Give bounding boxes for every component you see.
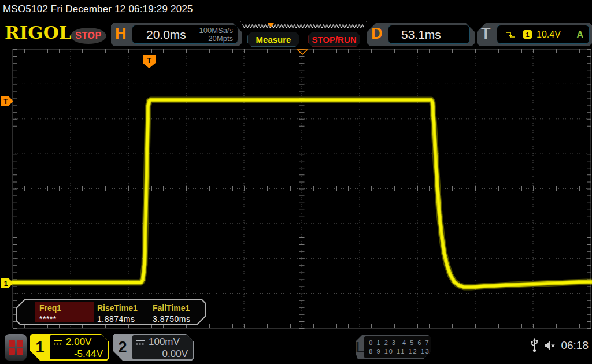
- trigger-source-badge: 1: [523, 30, 532, 39]
- run-state-badge: STOP: [71, 28, 106, 44]
- channel2-number: 2: [113, 334, 132, 361]
- measurement-label: FallTime1: [153, 303, 206, 313]
- trigger-mode: A: [576, 29, 583, 40]
- ch1-offset-label: 1: [4, 280, 8, 288]
- horizontal-settings-block[interactable]: H 20.0ms 100MSa/s 20Mpts: [111, 23, 242, 46]
- logic-row2: 8 9 10 11 12 13 14 15: [369, 347, 454, 356]
- logic-label: L: [356, 335, 364, 359]
- channel1-scale: 2.00V: [66, 336, 91, 348]
- measurement-value: *****: [39, 314, 89, 324]
- stop-run-button-label: STOP/RUN: [312, 35, 356, 44]
- channel2-offset: 0.00V: [136, 348, 188, 360]
- channel1-panel: 2.00V -5.44V: [50, 335, 108, 359]
- sample-rate: 100MSa/s: [199, 26, 233, 35]
- logic-panel: 0 1 2 3 4 5 6 7 8 9 10 11 12 13 14 15: [364, 336, 454, 358]
- channel1-number: 1: [30, 334, 50, 361]
- status-tray: 06:18: [530, 338, 589, 353]
- dc-coupling-icon: [136, 339, 146, 346]
- usb-icon: [530, 338, 539, 353]
- trigger-inset: 1 10.4V A: [497, 25, 590, 44]
- trigger-level-value: 10.4V: [536, 29, 561, 40]
- oscilloscope-screen: { "topbar": { "title": "MSO5102 Fri Dece…: [0, 0, 592, 364]
- measurement-label: RiseTime1: [97, 303, 150, 313]
- channel2-scale: 100mV: [149, 336, 180, 348]
- trigger-level-label: T: [3, 98, 8, 106]
- trigger-block[interactable]: T 1 10.4V A: [477, 23, 592, 46]
- measurement-falltime1[interactable]: FallTime1 3.8750ms: [148, 302, 210, 322]
- logic-channels-badge[interactable]: L 0 1 2 3 4 5 6 7 8 9 10 11 12 13 14 15: [356, 335, 431, 359]
- measurement-panel: Freq1 ***** RiseTime1 1.8874ms FallTime1…: [16, 299, 206, 325]
- menu-grid-icon: [9, 340, 23, 354]
- channel1-badge[interactable]: 1 2.00V -5.44V: [30, 334, 109, 361]
- delay-inset: 53.1ms: [388, 25, 470, 44]
- channel2-badge[interactable]: 2 100mV 0.00V: [113, 334, 194, 361]
- measurement-value: 3.8750ms: [153, 314, 206, 324]
- stop-run-button[interactable]: STOP/RUN: [308, 32, 360, 47]
- measurement-risetime1[interactable]: RiseTime1 1.8874ms: [92, 302, 155, 322]
- measurement-panel-inner: Freq1 ***** RiseTime1 1.8874ms FallTime1…: [17, 300, 205, 324]
- horizontal-label: H: [115, 25, 127, 43]
- delay-block[interactable]: D 53.1ms: [367, 23, 475, 46]
- channel1-offset: -5.44V: [53, 348, 103, 360]
- trigger-level-marker[interactable]: T: [1, 96, 13, 106]
- header-bar: RIGOL STOP H 20.0ms 100MSa/s 20Mpts Meas…: [0, 18, 592, 47]
- speaker-muted-icon[interactable]: [543, 340, 556, 351]
- clock: 06:18: [561, 339, 589, 352]
- model-and-datetime: MSO5102 Fri December 12 06:19:29 2025: [3, 3, 193, 15]
- measure-button[interactable]: Measure: [247, 32, 299, 47]
- channel2-panel: 100mV 0.00V: [132, 335, 193, 359]
- trigger-position-marker[interactable]: T: [143, 55, 156, 68]
- acquisition-info: 100MSa/s 20Mpts: [199, 27, 233, 43]
- waveform-preview-strip[interactable]: [240, 21, 367, 29]
- title-bar: MSO5102 Fri December 12 06:19:29 2025: [0, 0, 592, 18]
- measure-button-label: Measure: [256, 35, 291, 44]
- measurement-freq1[interactable]: Freq1 *****: [35, 302, 94, 322]
- memory-depth: 20Mpts: [208, 34, 233, 43]
- preview-zigzag: [241, 23, 365, 29]
- menu-button[interactable]: [5, 334, 27, 361]
- rigol-logo: RIGOL: [5, 23, 72, 43]
- measurement-value: 1.8874ms: [97, 314, 150, 324]
- delay-label: D: [371, 25, 383, 43]
- trigger-label: T: [481, 25, 491, 43]
- horizontal-inset: 20.0ms 100MSa/s 20Mpts: [132, 25, 238, 44]
- delay-value: 53.1ms: [401, 28, 441, 42]
- timebase-value: 20.0ms: [146, 28, 186, 42]
- dc-coupling-icon: [53, 339, 63, 346]
- measurement-label: Freq1: [39, 303, 89, 313]
- falling-edge-icon: [505, 30, 516, 39]
- trigger-position-label: T: [147, 56, 151, 65]
- bottom-bar: 1 2.00V -5.44V 2 100mV 0.00V: [0, 332, 592, 364]
- logic-row1: 0 1 2 3 4 5 6 7: [369, 339, 454, 347]
